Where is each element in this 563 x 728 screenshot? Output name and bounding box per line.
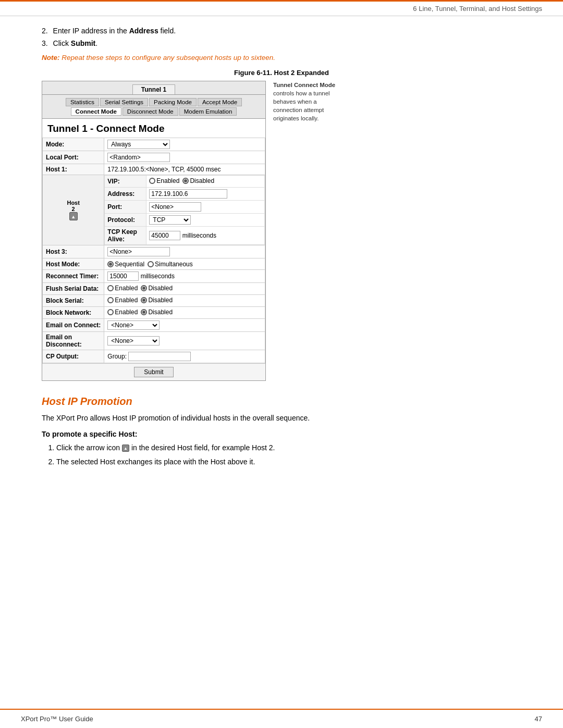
blockserial-enabled-radio[interactable] (107, 297, 114, 303)
vip-radio-group: Enabled Disabled (149, 177, 214, 184)
table-row: Address: (105, 188, 265, 201)
vip-disabled-radio[interactable] (182, 178, 189, 184)
reconnect-input[interactable] (107, 272, 139, 281)
note-line: Note: Repeat these steps to configure an… (42, 54, 521, 61)
host3-label: Host 3: (43, 245, 104, 258)
flushserial-enabled-radio[interactable] (107, 285, 114, 291)
hostmode-radio-group: Sequential Simultaneous (107, 261, 192, 268)
tcpkeepalive-value: milliseconds (146, 227, 265, 245)
table-row: Mode: Always (43, 138, 265, 151)
host2-arrow-icon[interactable]: ▲ (69, 212, 78, 220)
emailconnect-label: Email on Connect: (43, 319, 104, 332)
reconnect-unit: milliseconds (141, 273, 175, 280)
tab-connect-mode[interactable]: Connect Mode (71, 107, 121, 116)
table-row: VIP: Enabled (105, 176, 265, 188)
sidebar-note-text: controls how a tunnel behaves when a con… (273, 90, 330, 121)
cpoutput-input[interactable] (128, 352, 191, 361)
protocol-label: Protocol: (105, 214, 146, 227)
cpoutput-label: CP Output: (43, 350, 104, 363)
blocknetwork-disabled-radio[interactable] (141, 309, 147, 315)
flushserial-radio-group: Enabled Disabled (107, 285, 173, 292)
simultaneous-radio[interactable] (148, 261, 154, 267)
reconnect-label: Reconnect Timer: (43, 270, 104, 283)
port-value (146, 201, 265, 214)
blockserial-enabled-label: Enabled (107, 297, 138, 304)
table-row: TCP KeepAlive: milliseconds (105, 227, 265, 245)
sidebar-note-bold: Tunnel Connect Mode (273, 82, 335, 88)
list-item: Click the arrow icon ▲ in the desired Ho… (56, 442, 521, 453)
emailconnect-value: <None> (104, 319, 265, 332)
table-row: Flush Serial Data: Enabled Disabled (43, 283, 265, 295)
emaildisconnect-value: <None> (104, 332, 265, 350)
reconnect-value: milliseconds (104, 270, 265, 283)
blocknetwork-enabled-radio[interactable] (107, 309, 114, 315)
step-list: 2. Enter IP address in the Address field… (42, 27, 521, 47)
localport-value (104, 151, 265, 164)
blocknetwork-enabled-label: Enabled (107, 309, 138, 316)
cpoutput-value: Group: (104, 350, 265, 363)
flushserial-disabled-radio[interactable] (141, 285, 147, 291)
table-row: Block Serial: Enabled Disabled (43, 295, 265, 307)
tab-statistics[interactable]: Statistics (66, 98, 99, 106)
table-row: Reconnect Timer: milliseconds (43, 270, 265, 283)
host-ip-para: The XPort Pro allows Host IP promotion o… (42, 413, 521, 424)
host1-text: 172.19.100.5:<None>, TCP, 45000 msec (107, 166, 221, 173)
promote-heading: To promote a specific Host: (42, 430, 521, 438)
address-value (146, 188, 265, 201)
form-table: Mode: Always Local Port: (42, 138, 265, 363)
host2-cell-label: Host2 ▲ (43, 175, 104, 245)
host2-row: Host2 ▲ VIP: (43, 175, 265, 245)
host3-input[interactable] (107, 247, 170, 256)
vip-disabled-label: Disabled (182, 177, 214, 184)
flushserial-value: Enabled Disabled (104, 283, 265, 295)
tcpkeepalive-input[interactable] (149, 231, 180, 240)
sequential-label: Sequential (107, 261, 144, 268)
tab-disconnect-mode[interactable]: Disconnect Mode (123, 107, 178, 116)
flushserial-disabled-label: Disabled (141, 285, 173, 292)
protocol-select[interactable]: TCP (149, 215, 191, 225)
footer-bar: XPort Pro™ User Guide 47 (0, 709, 563, 728)
tunnel-tab-button[interactable]: Tunnel 1 (132, 84, 175, 94)
tunnel-panel: Tunnel 1 Statistics Serial Settings Pack… (42, 81, 266, 381)
tab-packing-mode[interactable]: Packing Mode (149, 98, 197, 106)
tab-serial-settings[interactable]: Serial Settings (100, 98, 148, 106)
localport-input[interactable] (107, 153, 170, 162)
blockserial-disabled-radio[interactable] (141, 297, 147, 303)
mode-select[interactable]: Always (107, 140, 170, 149)
sequential-radio[interactable] (107, 261, 114, 267)
table-row: Host Mode: Sequential Simultaneous (43, 258, 265, 270)
hostmode-label: Host Mode: (43, 258, 104, 270)
flushserial-label: Flush Serial Data: (43, 283, 104, 295)
submit-button[interactable]: Submit (134, 367, 173, 377)
blocknetwork-label: Block Network: (43, 307, 104, 319)
table-row: Host 3: (43, 245, 265, 258)
host2-expanded: VIP: Enabled (104, 175, 265, 245)
blocknetwork-radio-group: Enabled Disabled (107, 309, 173, 316)
main-content: 2. Enter IP address in the Address field… (0, 16, 563, 493)
tab-accept-mode[interactable]: Accept Mode (198, 98, 242, 106)
blockserial-radio-group: Enabled Disabled (107, 297, 173, 304)
emailconnect-select[interactable]: <None> (107, 320, 160, 330)
list-item: The selected Host exchanges its place wi… (56, 456, 521, 467)
emaildisconnect-label: Email onDisconnect: (43, 332, 104, 350)
tab-modem-emulation[interactable]: Modem Emulation (179, 107, 237, 116)
host1-label: Host 1: (43, 164, 104, 175)
address-input[interactable] (149, 189, 227, 199)
table-row: Local Port: (43, 151, 265, 164)
vip-label: VIP: (105, 176, 146, 188)
vip-value: Enabled Disabled (146, 176, 265, 188)
vip-enabled-label: Enabled (149, 177, 179, 184)
table-row: Email on Connect: <None> (43, 319, 265, 332)
blocknetwork-value: Enabled Disabled (104, 307, 265, 319)
arrow-icon-inline: ▲ (122, 445, 129, 452)
table-row: CP Output: Group: (43, 350, 265, 363)
emaildisconnect-select[interactable]: <None> (107, 336, 160, 346)
port-input[interactable] (149, 202, 201, 212)
mode-value: Always (104, 138, 265, 151)
table-row: Block Network: Enabled Disabled (43, 307, 265, 319)
table-row: Port: (105, 201, 265, 214)
tunnel-section-title: Tunnel 1 - Connect Mode (42, 119, 265, 138)
address-label: Address: (105, 188, 146, 201)
step-2: 2. Enter IP address in the Address field… (42, 27, 521, 35)
vip-enabled-radio[interactable] (149, 178, 155, 184)
